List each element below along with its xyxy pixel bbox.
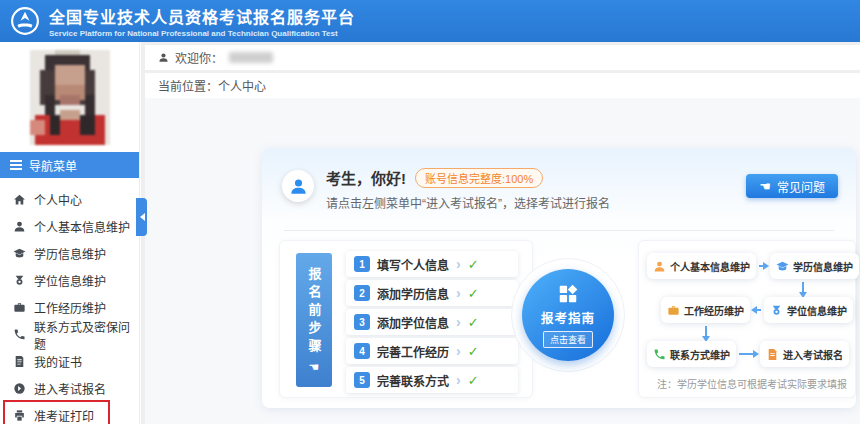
user-icon: [13, 220, 26, 233]
steps-banner-label: 报名前步骤: [305, 267, 324, 357]
faq-button[interactable]: 常见问题: [746, 174, 838, 198]
step-complete-work-experience[interactable]: 4 完善工作经历: [346, 338, 518, 364]
sidebar-item-degree-info[interactable]: 学位信息维护: [0, 267, 139, 294]
sidebar-item-contact-security[interactable]: 联系方式及密保问题: [0, 321, 139, 348]
sidebar-item-education-info[interactable]: 学历信息维护: [0, 240, 139, 267]
guide-click-badge: 点击查看: [543, 331, 593, 348]
graduation-cap-icon: [13, 247, 26, 260]
steps-banner[interactable]: 报名前步骤: [296, 253, 332, 387]
user-icon: [653, 260, 666, 273]
welcome-label: 欢迎你：: [175, 49, 223, 66]
personal-center-card: 考生，你好! 账号信息完整度:100% 请点击左侧菜单中“进入考试报名”，选择考…: [262, 148, 856, 408]
nav-menu-header: 导航菜单: [0, 152, 139, 178]
welcome-bar: 欢迎你：: [145, 45, 860, 70]
arrow-right: [738, 353, 758, 355]
pointing-hand-icon: [759, 179, 771, 194]
user-icon: [289, 177, 308, 196]
user-icon: [158, 52, 169, 63]
flow-node-education-info[interactable]: 学历信息维护: [770, 253, 859, 279]
flow-node-label: 进入考试报名: [783, 347, 843, 362]
pre-registration-steps-panel: 报名前步骤 1 填写个人信息 2 添加学历信息: [279, 240, 533, 398]
platform-logo-icon: [10, 6, 40, 36]
graduation-cap-icon: [776, 260, 789, 273]
user-name-redacted: [229, 52, 273, 63]
flow-node-label: 工作经历维护: [684, 303, 744, 318]
greeting-text: 考生，你好!: [326, 167, 406, 188]
degree-medal-icon: [13, 274, 26, 287]
sidebar-item-my-certificates[interactable]: 我的证书: [0, 348, 139, 375]
step-label: 添加学历信息: [377, 285, 449, 302]
step-add-education-info[interactable]: 2 添加学历信息: [346, 280, 518, 306]
step-label: 完善工作经历: [377, 343, 449, 360]
arrow-down: [802, 282, 804, 293]
briefcase-icon: [13, 301, 26, 314]
apps-grid-icon: [557, 283, 579, 305]
certificate-icon: [13, 355, 26, 368]
sidebar-menu: 个人中心 个人基本信息维护 学历信息维护 学位信息维护 工作经历维护 联系方式及…: [0, 178, 139, 424]
step-complete-contact-info[interactable]: 5 完善联系方式: [346, 367, 518, 393]
guide-ring: 报考指南 点击查看: [511, 258, 625, 372]
step-complete-check-icon: [468, 284, 479, 302]
sidebar-item-basic-info[interactable]: 个人基本信息维护: [0, 213, 139, 240]
step-label: 完善联系方式: [377, 372, 449, 389]
step-fill-personal-info[interactable]: 1 填写个人信息: [346, 251, 518, 277]
sidebar-item-label: 学位信息维护: [34, 272, 106, 289]
chevron-right-icon: [456, 342, 461, 360]
steps-list: 1 填写个人信息 2 添加学历信息 3 添加学位信息: [346, 251, 518, 393]
content-area: 考生，你好! 账号信息完整度:100% 请点击左侧菜单中“进入考试报名”，选择考…: [145, 98, 860, 424]
flow-node-label: 学历信息维护: [793, 259, 853, 274]
main-area: 欢迎你： 当前位置：个人中心 考生，你好! 账号信息完整度:100% 请点击左侧…: [141, 42, 860, 424]
flow-note: 注：学历学位信息可根据考试实际要求填报: [657, 376, 847, 391]
chevron-right-icon: [456, 284, 461, 302]
flow-node-label: 联系方式维护: [670, 347, 730, 362]
home-icon: [13, 193, 26, 206]
avatar-photo-pixelated: [30, 48, 110, 146]
step-number: 2: [354, 285, 370, 301]
step-add-degree-info[interactable]: 3 添加学位信息: [346, 309, 518, 335]
flow-node-label: 学位信息维护: [787, 303, 847, 318]
divider: [284, 230, 834, 231]
hamburger-icon: [10, 164, 22, 166]
briefcase-icon: [667, 304, 680, 317]
app-header: 全国专业技术人员资格考试报名服务平台 Service Platform for …: [0, 0, 860, 42]
step-label: 添加学位信息: [377, 314, 449, 331]
flow-node-contact-info[interactable]: 联系方式维护: [647, 341, 736, 367]
flow-node-label: 个人基本信息维护: [670, 259, 750, 274]
step-number: 5: [354, 372, 370, 388]
step-label: 填写个人信息: [377, 256, 449, 273]
registration-flow-panel: 个人基本信息维护 学历信息维护 工作经历维护: [638, 240, 856, 398]
arrow-left: [752, 309, 762, 311]
pointing-hand-icon: [309, 357, 320, 374]
sidebar-item-personal-center[interactable]: 个人中心: [0, 186, 139, 213]
sidebar-item-label: 工作经历维护: [34, 299, 106, 316]
flow-node-work-experience[interactable]: 工作经历维护: [661, 297, 750, 323]
sidebar-item-label: 准考证打印: [34, 407, 94, 424]
phone-icon: [653, 348, 666, 361]
sidebar-item-admission-ticket-print[interactable]: 准考证打印: [0, 402, 139, 424]
sidebar-item-label: 学历信息维护: [34, 245, 106, 262]
flow-node-enter-registration[interactable]: 进入考试报名: [760, 341, 849, 367]
step-complete-check-icon: [468, 313, 479, 331]
phone-icon: [13, 328, 26, 341]
degree-medal-icon: [770, 304, 783, 317]
step-complete-check-icon: [468, 255, 479, 273]
arrow-right: [758, 265, 768, 267]
sidebar-item-label: 我的证书: [34, 353, 82, 370]
chevron-right-icon: [456, 255, 461, 273]
sidebar-collapse-tab[interactable]: [136, 198, 147, 236]
print-icon: [13, 409, 26, 422]
sidebar-item-label: 个人基本信息维护: [34, 218, 130, 235]
nav-menu-header-label: 导航菜单: [29, 157, 77, 174]
sidebar-item-enter-registration[interactable]: 进入考试报名: [0, 375, 139, 402]
registration-guide-button[interactable]: 报考指南 点击查看: [522, 269, 614, 361]
chevron-left-icon: [136, 213, 145, 221]
step-complete-check-icon: [468, 371, 479, 389]
step-number: 4: [354, 343, 370, 359]
flow-node-degree-info[interactable]: 学位信息维护: [764, 297, 853, 323]
sidebar-item-label: 个人中心: [34, 191, 82, 208]
chevron-right-icon: [456, 371, 461, 389]
breadcrumb-label: 当前位置：个人中心: [158, 77, 266, 94]
flow-node-basic-info[interactable]: 个人基本信息维护: [647, 253, 756, 279]
breadcrumb: 当前位置：个人中心: [145, 73, 860, 98]
instruction-text: 请点击左侧菜单中“进入考试报名”，选择考试进行报名: [326, 194, 610, 211]
